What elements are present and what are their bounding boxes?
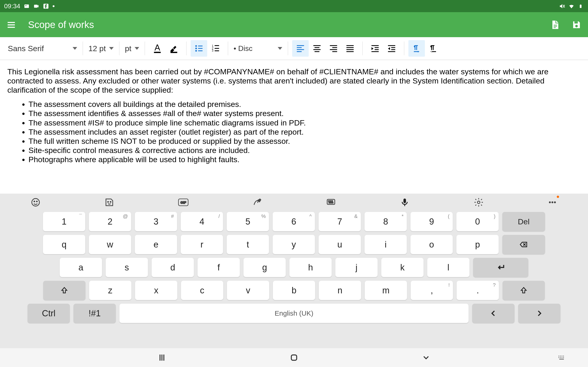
list-item[interactable]: The full written scheme IS NOT to be pro… xyxy=(28,136,581,146)
key-r[interactable]: r xyxy=(181,235,223,254)
key-delete[interactable]: Del xyxy=(502,212,545,231)
rtl-direction-button[interactable] xyxy=(425,40,441,57)
key-j[interactable]: j xyxy=(335,258,378,277)
svg-rect-49 xyxy=(375,49,379,50)
keyboard-hide-icon[interactable] xyxy=(556,352,567,363)
key-n[interactable]: n xyxy=(319,281,361,300)
align-right-button[interactable] xyxy=(325,40,342,57)
chevron-down-icon xyxy=(135,47,139,50)
ltr-direction-button[interactable] xyxy=(408,40,425,57)
indent-increase-button[interactable] xyxy=(367,40,383,57)
key-5[interactable]: 5% xyxy=(227,212,269,231)
key-b[interactable]: b xyxy=(273,281,315,300)
list-item[interactable]: The assessment covers all buildings at t… xyxy=(28,100,581,109)
key-a[interactable]: a xyxy=(60,258,102,277)
text-color-button[interactable]: A xyxy=(149,40,166,57)
keyboard-switch-icon[interactable] xyxy=(325,197,337,208)
svg-rect-37 xyxy=(313,49,321,50)
key-4[interactable]: 4/ xyxy=(181,212,223,231)
key-0[interactable]: 0) xyxy=(456,212,499,231)
align-justify-button[interactable] xyxy=(342,40,358,57)
key-period[interactable]: .? xyxy=(457,281,499,300)
key-space[interactable]: English (UK) xyxy=(120,304,468,323)
key-7[interactable]: 7& xyxy=(319,212,361,231)
key-9[interactable]: 9( xyxy=(410,212,453,231)
key-arrow-right[interactable] xyxy=(518,304,561,323)
list-item[interactable]: The assessment identifies & assesses #al… xyxy=(28,109,581,118)
size-unit-dropdown[interactable]: pt xyxy=(120,44,145,53)
key-g[interactable]: g xyxy=(243,258,286,277)
key-s[interactable]: s xyxy=(106,258,148,277)
svg-rect-54 xyxy=(388,51,395,52)
key-h[interactable]: h xyxy=(289,258,332,277)
gif-icon[interactable]: GIF xyxy=(178,197,189,208)
key-ctrl[interactable]: Ctrl xyxy=(27,304,70,323)
key-m[interactable]: m xyxy=(365,281,407,300)
highlight-color-button[interactable] xyxy=(166,40,182,57)
key-d[interactable]: d xyxy=(152,258,194,277)
key-8[interactable]: 8* xyxy=(364,212,407,231)
svg-rect-30 xyxy=(215,50,219,51)
key-x[interactable]: x xyxy=(135,281,177,300)
key-arrow-left[interactable] xyxy=(472,304,515,323)
back-icon[interactable] xyxy=(420,352,432,363)
key-z[interactable]: z xyxy=(89,281,131,300)
key-u[interactable]: u xyxy=(319,235,361,254)
key-t[interactable]: t xyxy=(227,235,269,254)
key-symbols[interactable]: !#1 xyxy=(73,304,116,323)
microphone-icon[interactable] xyxy=(399,197,410,208)
key-shift-left[interactable] xyxy=(43,281,86,300)
list-item[interactable]: The assessment #IS# to produce simple li… xyxy=(28,118,581,127)
key-o[interactable]: o xyxy=(410,235,453,254)
key-e[interactable]: e xyxy=(135,235,177,254)
document-bullet-list[interactable]: The assessment covers all buildings at t… xyxy=(7,100,581,164)
key-1[interactable]: 1¯ xyxy=(43,212,85,231)
svg-rect-50 xyxy=(372,51,379,52)
key-comma[interactable]: ,! xyxy=(411,281,453,300)
list-item[interactable]: The assessment includes an asset registe… xyxy=(28,127,581,136)
font-size-dropdown[interactable]: 12 pt xyxy=(83,44,119,53)
more-options-icon[interactable] xyxy=(547,197,558,208)
key-i[interactable]: i xyxy=(364,235,407,254)
key-enter[interactable] xyxy=(473,258,528,277)
handwriting-icon[interactable] xyxy=(251,197,263,208)
svg-rect-26 xyxy=(215,45,219,46)
recent-apps-icon[interactable] xyxy=(156,352,168,363)
hamburger-menu-icon[interactable] xyxy=(6,20,16,30)
document-paragraph[interactable]: This Legionella risk assessment has been… xyxy=(7,67,581,94)
key-c[interactable]: c xyxy=(181,281,223,300)
align-center-button[interactable] xyxy=(309,40,325,57)
key-l[interactable]: l xyxy=(427,258,469,277)
settings-gear-icon[interactable] xyxy=(473,197,484,208)
key-k[interactable]: k xyxy=(381,258,424,277)
bullet-list-button[interactable] xyxy=(191,40,207,57)
svg-point-19 xyxy=(195,45,197,47)
home-icon[interactable] xyxy=(288,352,300,363)
save-icon[interactable] xyxy=(571,20,582,30)
indent-decrease-button[interactable] xyxy=(383,40,400,57)
list-style-dropdown[interactable]: • Disc xyxy=(228,44,288,53)
key-v[interactable]: v xyxy=(227,281,269,300)
list-item[interactable]: Photographs where applicable will be use… xyxy=(28,155,581,164)
key-3[interactable]: 3# xyxy=(135,212,177,231)
list-item[interactable]: Site-specific control measures & correct… xyxy=(28,146,581,155)
key-shift-right[interactable] xyxy=(502,281,545,300)
key-w[interactable]: w xyxy=(89,235,131,254)
sticker-icon[interactable] xyxy=(104,197,115,208)
key-backspace[interactable] xyxy=(502,235,545,254)
font-family-dropdown[interactable]: Sans Serif xyxy=(2,44,83,53)
document-icon[interactable] xyxy=(550,20,560,30)
key-q[interactable]: q xyxy=(43,235,85,254)
key-p[interactable]: p xyxy=(456,235,499,254)
numbered-list-button[interactable]: 123 xyxy=(207,40,224,57)
svg-rect-6 xyxy=(580,5,582,8)
key-f[interactable]: f xyxy=(198,258,240,277)
emoji-icon[interactable] xyxy=(30,197,41,208)
document-editor[interactable]: This Legionella risk assessment has been… xyxy=(0,60,588,194)
svg-rect-12 xyxy=(554,26,557,27)
key-y[interactable]: y xyxy=(273,235,315,254)
chevron-down-icon xyxy=(73,47,77,50)
align-left-button[interactable] xyxy=(292,40,309,57)
key-6[interactable]: 6^ xyxy=(273,212,315,231)
key-2[interactable]: 2@ xyxy=(89,212,131,231)
